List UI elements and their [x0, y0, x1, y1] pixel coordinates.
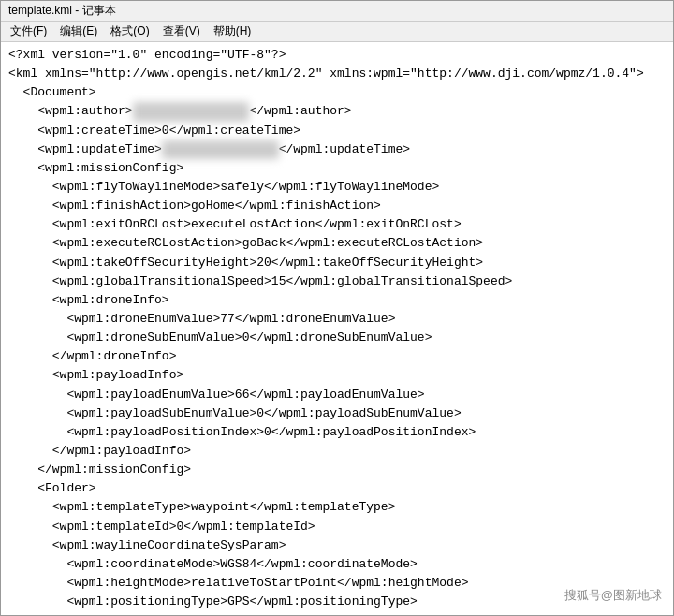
line-5: <wpml:createTime>0</wpml:createTime> — [8, 122, 666, 140]
menu-edit[interactable]: 编辑(E) — [54, 22, 103, 41]
menu-format[interactable]: 格式(O) — [105, 22, 154, 41]
line-24: <Folder> — [8, 479, 666, 498]
line-6: <wpml:updateTime> </wpml:updateTime> — [8, 140, 666, 159]
line-20: <wpml:payloadSubEnumValue>0</wpml:payloa… — [8, 404, 666, 423]
line-4: <wpml:author> </wpml:author> — [8, 102, 666, 121]
line-26: <wpml:templateId>0</wpml:templateId> — [8, 518, 666, 536]
line-1: <?xml version="1.0" encoding="UTF-8"?> — [8, 46, 666, 65]
line-10: <wpml:exitOnRCLost>executeLostAction</wp… — [8, 215, 666, 234]
menu-help[interactable]: 帮助(H) — [208, 22, 257, 41]
line-17: </wpml:droneInfo> — [8, 347, 666, 366]
blurred-updatetime — [162, 140, 279, 159]
line-12: <wpml:takeOffSecurityHeight>20</wpml:tak… — [8, 254, 666, 272]
line-21: <wpml:payloadPositionIndex>0</wpml:paylo… — [8, 423, 666, 442]
line-22: </wpml:payloadInfo> — [8, 442, 666, 461]
menu-bar[interactable]: 文件(F) 编辑(E) 格式(O) 查看(V) 帮助(H) — [1, 22, 673, 42]
window-title: template.kml - 记事本 — [8, 3, 116, 19]
line-28: <wpml:coordinateMode>WGS84</wpml:coordin… — [8, 555, 666, 574]
line-11: <wpml:executeRCLostAction>goBack</wpml:e… — [8, 234, 666, 253]
line-31: </wpml:waylineCoordinateSysParam> — [8, 611, 666, 615]
line-25: <wpml:templateType>waypoint</wpml:templa… — [8, 498, 666, 517]
line-3: <Document> — [8, 83, 666, 102]
menu-file[interactable]: 文件(F) — [5, 22, 52, 41]
line-2: <kml xmlns="http://www.opengis.net/kml/2… — [8, 65, 666, 83]
line-27: <wpml:waylineCoordinateSysParam> — [8, 536, 666, 555]
line-16: <wpml:droneSubEnumValue>0</wpml:droneSub… — [8, 329, 666, 347]
line-23: </wpml:missionConfig> — [8, 461, 666, 479]
line-9: <wpml:finishAction>goHome</wpml:finishAc… — [8, 197, 666, 215]
line-7: <wpml:missionConfig> — [8, 159, 666, 178]
menu-view[interactable]: 查看(V) — [157, 22, 206, 41]
notepad-window: template.kml - 记事本 文件(F) 编辑(E) 格式(O) 查看(… — [0, 0, 674, 616]
line-19: <wpml:payloadEnumValue>66</wpml:payloadE… — [8, 386, 666, 404]
line-14: <wpml:droneInfo> — [8, 291, 666, 310]
text-content[interactable]: <?xml version="1.0" encoding="UTF-8"?> <… — [1, 42, 673, 615]
blurred-author — [133, 102, 250, 121]
line-13: <wpml:globalTransitionalSpeed>15</wpml:g… — [8, 272, 666, 291]
watermark: 搜狐号@图新地球 — [564, 587, 662, 604]
line-18: <wpml:payloadInfo> — [8, 366, 666, 385]
line-8: <wpml:flyToWaylineMode>safely</wpml:flyT… — [8, 178, 666, 197]
title-bar: template.kml - 记事本 — [1, 1, 673, 22]
line-15: <wpml:droneEnumValue>77</wpml:droneEnumV… — [8, 310, 666, 329]
